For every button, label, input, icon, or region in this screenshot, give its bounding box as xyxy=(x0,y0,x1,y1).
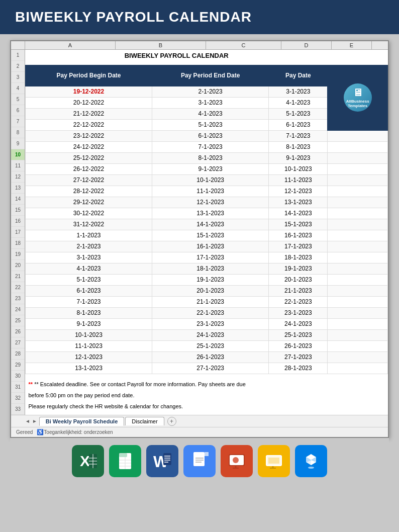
svg-point-45 xyxy=(308,467,314,469)
accessibility-text: Toegankelijkheid: onderzoeken xyxy=(44,429,113,435)
tab-next-arrow[interactable]: ► xyxy=(32,418,37,424)
end-date: 6-1-2023 xyxy=(152,130,268,141)
begin-date: 22-12-2022 xyxy=(26,119,152,130)
row-num-7: 7 xyxy=(11,116,25,127)
tab-add-button[interactable]: + xyxy=(167,417,176,426)
status-bar: Gereed ♿ Toegankelijkheid: onderzoeken xyxy=(11,427,388,437)
empty-d xyxy=(328,285,388,296)
google-slides-icon[interactable] xyxy=(258,445,290,477)
table-row: 1-1-2023 15-1-2023 16-1-2023 xyxy=(26,230,388,241)
begin-date: 29-12-2022 xyxy=(26,197,152,208)
note-row-2: before 5:00 pm on the pay period end dat… xyxy=(26,390,388,401)
note-row-3: Please regularly check the HR website & … xyxy=(26,401,388,412)
word-icon[interactable]: W xyxy=(146,445,178,477)
row-num-32: 32 xyxy=(11,393,25,404)
end-date: 11-1-2023 xyxy=(152,186,268,197)
pay-date: 19-1-2023 xyxy=(269,263,328,274)
row-num-5: 5 xyxy=(11,94,25,105)
table-row: 9-1-2023 23-1-2023 24-1-2023 xyxy=(26,318,388,329)
table-row: 3-1-2023 17-1-2023 18-1-2023 xyxy=(26,252,388,263)
end-date: 22-1-2023 xyxy=(152,307,268,318)
end-date: 25-1-2023 xyxy=(152,340,268,351)
begin-date: 9-1-2023 xyxy=(26,318,152,329)
end-date: 15-1-2023 xyxy=(152,230,268,241)
end-date: 4-1-2023 xyxy=(152,108,268,119)
col-e-header: E xyxy=(332,41,372,49)
col-pay-header: Pay Date xyxy=(269,65,328,86)
powerpoint-icon[interactable] xyxy=(221,445,253,477)
note-row-1: ** ** Escalated deadline. See or contact… xyxy=(26,379,388,390)
col-c-header: C xyxy=(206,41,281,49)
end-date: 19-1-2023 xyxy=(152,274,268,285)
empty-d xyxy=(328,318,388,329)
note-text-1: ** ** Escalated deadline. See or contact… xyxy=(26,379,388,390)
pay-date: 8-1-2023 xyxy=(269,141,328,152)
google-sheets-icon[interactable] xyxy=(109,445,141,477)
empty-d xyxy=(328,152,388,163)
table-row: 10-1-2023 24-1-2023 25-1-2023 xyxy=(26,329,388,340)
tab-biweekly[interactable]: Bi Weekly Payroll Schedule xyxy=(39,417,124,426)
google-docs-icon[interactable] xyxy=(183,445,216,477)
pay-date: 25-1-2023 xyxy=(269,329,328,340)
end-date: 18-1-2023 xyxy=(152,263,268,274)
row-num-23: 23 xyxy=(11,293,25,304)
row-num-13: 13 xyxy=(11,183,25,194)
main-container: A B C D E 123456789101112131415161718192… xyxy=(0,34,399,487)
excel-icon[interactable]: X xyxy=(72,445,104,477)
end-date: 13-1-2023 xyxy=(152,208,268,219)
begin-date: 25-12-2022 xyxy=(26,152,152,163)
svg-rect-37 xyxy=(268,458,279,464)
pay-date: 7-1-2023 xyxy=(269,130,328,141)
row-num-8: 8 xyxy=(11,127,25,138)
svg-text:X: X xyxy=(80,453,90,469)
empty-d xyxy=(328,329,388,340)
pay-date: 23-1-2023 xyxy=(269,307,328,318)
logo-circle: 🖥 AllBusiness Templates xyxy=(344,83,372,112)
begin-date: 23-12-2022 xyxy=(26,130,152,141)
row-num-26: 26 xyxy=(11,326,25,337)
spreadsheet-title: BIWEEKLY PAYROLL CALENDAR xyxy=(26,50,328,61)
end-date: 26-1-2023 xyxy=(152,351,268,363)
end-date: 21-1-2023 xyxy=(152,296,268,307)
row-num-9: 9 xyxy=(11,138,25,149)
begin-date: 6-1-2023 xyxy=(26,285,152,296)
table-row: 27-12-2022 10-1-2023 11-1-2023 xyxy=(26,174,388,186)
pay-date: 17-1-2023 xyxy=(269,241,328,252)
row-num-25: 25 xyxy=(11,315,25,326)
empty-d xyxy=(328,174,388,186)
begin-date: 30-12-2022 xyxy=(26,208,152,219)
note-1-text: ** Escalated deadline. See or contact Pa… xyxy=(34,381,246,387)
end-date: 2-1-2023 xyxy=(152,86,268,97)
row-num-2: 2 xyxy=(11,61,25,72)
end-date: 7-1-2023 xyxy=(152,141,268,152)
empty-d xyxy=(328,241,388,252)
tab-prev-arrow[interactable]: ◄ xyxy=(25,418,30,424)
tab-disclaimer[interactable]: Disclaimer xyxy=(125,417,164,425)
begin-date: 7-1-2023 xyxy=(26,296,152,307)
row-num-28: 28 xyxy=(11,348,25,360)
row-num-16: 16 xyxy=(11,216,25,227)
row-num-22: 22 xyxy=(11,282,25,293)
end-date: 10-1-2023 xyxy=(152,174,268,186)
pay-date: 11-1-2023 xyxy=(269,174,328,186)
empty-d xyxy=(328,230,388,241)
pay-date: 4-1-2023 xyxy=(269,97,328,108)
pay-date: 12-1-2023 xyxy=(269,186,328,197)
dropbox-icon[interactable] xyxy=(295,445,327,477)
pay-date: 15-1-2023 xyxy=(269,219,328,230)
begin-date: 26-12-2022 xyxy=(26,163,152,174)
empty-d xyxy=(328,130,388,141)
logo-monitor-icon: 🖥 xyxy=(353,87,363,99)
empty-d xyxy=(328,186,388,197)
row-num-31: 31 xyxy=(11,382,25,393)
end-date: 5-1-2023 xyxy=(152,119,268,130)
end-date: 16-1-2023 xyxy=(152,241,268,252)
row-num-18: 18 xyxy=(11,238,25,249)
empty-d xyxy=(328,141,388,152)
table-row: 25-12-2022 8-1-2023 9-1-2023 xyxy=(26,152,388,163)
begin-date: 5-1-2023 xyxy=(26,274,152,285)
begin-date: 11-1-2023 xyxy=(26,340,152,351)
pay-date: 21-1-2023 xyxy=(269,285,328,296)
row-num-14: 14 xyxy=(11,194,25,205)
table-row: 12-1-2023 26-1-2023 27-1-2023 xyxy=(26,351,388,363)
